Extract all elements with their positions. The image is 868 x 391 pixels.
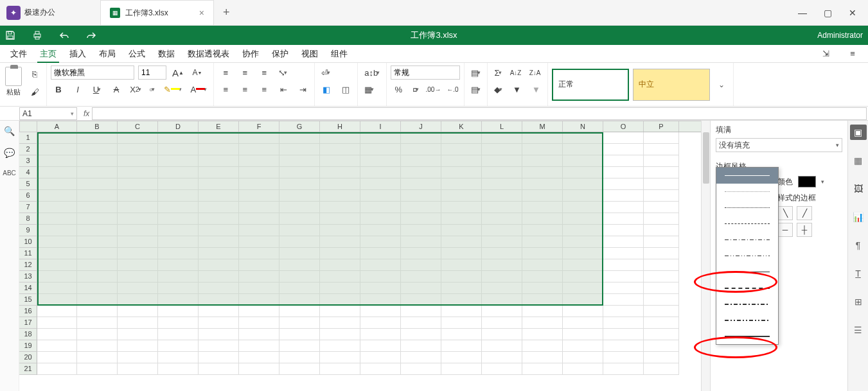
- border-diag-down-icon[interactable]: ╲: [777, 206, 793, 220]
- cell[interactable]: [37, 167, 77, 178]
- cell[interactable]: [563, 213, 603, 225]
- cell[interactable]: [360, 248, 401, 259]
- cell[interactable]: [522, 282, 563, 294]
- cell[interactable]: [603, 178, 644, 190]
- cell[interactable]: [239, 282, 279, 294]
- cell[interactable]: [279, 340, 320, 352]
- cell[interactable]: [401, 282, 441, 294]
- cell[interactable]: [279, 213, 320, 225]
- comments-icon[interactable]: 💬: [4, 148, 15, 158]
- cell[interactable]: [320, 225, 360, 236]
- cell[interactable]: [563, 363, 603, 375]
- cell[interactable]: [522, 340, 563, 352]
- cell[interactable]: [522, 167, 563, 178]
- tab-close-icon[interactable]: ×: [199, 8, 204, 18]
- cell[interactable]: [563, 282, 603, 294]
- cell[interactable]: [644, 340, 679, 352]
- cell[interactable]: [441, 178, 482, 190]
- menu-item-5[interactable]: 数据: [152, 46, 181, 62]
- cell[interactable]: [77, 259, 118, 271]
- align-bottom-icon[interactable]: ≡: [256, 65, 272, 80]
- cell[interactable]: [441, 271, 482, 282]
- cell[interactable]: [118, 248, 158, 259]
- cell[interactable]: [644, 352, 679, 363]
- cell[interactable]: [77, 248, 118, 259]
- cell[interactable]: [320, 317, 360, 329]
- cell[interactable]: [360, 271, 401, 282]
- cell[interactable]: [360, 340, 401, 352]
- cell[interactable]: [118, 340, 158, 352]
- increase-decimal-icon[interactable]: .00→: [425, 82, 441, 96]
- cell[interactable]: [279, 271, 320, 282]
- row-header-12[interactable]: 12: [19, 259, 37, 271]
- cell[interactable]: [37, 294, 77, 306]
- col-header-K[interactable]: K: [441, 121, 482, 132]
- cell[interactable]: [522, 190, 563, 202]
- cell[interactable]: [563, 271, 603, 282]
- cell[interactable]: [118, 167, 158, 178]
- vertical-scrollbar[interactable]: [701, 121, 710, 391]
- cell[interactable]: [118, 225, 158, 236]
- strikethrough-button[interactable]: A: [109, 82, 124, 96]
- cell[interactable]: [482, 317, 522, 329]
- cell[interactable]: [482, 248, 522, 259]
- cell[interactable]: [522, 155, 563, 167]
- cell[interactable]: [118, 132, 158, 144]
- filter-clear-icon[interactable]: ▼: [528, 82, 544, 96]
- cell[interactable]: [77, 329, 118, 340]
- tab-add-button[interactable]: +: [214, 0, 239, 25]
- cell[interactable]: [482, 282, 522, 294]
- decrease-font-icon[interactable]: A▼: [190, 65, 205, 80]
- cell[interactable]: [158, 294, 199, 306]
- cell[interactable]: [401, 190, 441, 202]
- col-header-A[interactable]: A: [37, 121, 77, 132]
- cells[interactable]: [37, 132, 701, 391]
- cell[interactable]: [401, 294, 441, 306]
- cell[interactable]: [239, 317, 279, 329]
- insert-cells-icon[interactable]: ▦▾: [362, 82, 376, 96]
- cell[interactable]: [239, 340, 279, 352]
- cell[interactable]: [118, 144, 158, 155]
- cell[interactable]: [199, 225, 239, 236]
- cell[interactable]: [239, 213, 279, 225]
- cell[interactable]: [158, 167, 199, 178]
- cell[interactable]: [118, 236, 158, 248]
- cell[interactable]: [522, 306, 563, 317]
- cell[interactable]: [441, 317, 482, 329]
- cell[interactable]: [401, 248, 441, 259]
- highlight-button[interactable]: ✎▾: [161, 82, 184, 96]
- chart-panel-icon[interactable]: 📊: [850, 209, 867, 225]
- cell[interactable]: [199, 329, 239, 340]
- align-left-icon[interactable]: ≡: [218, 82, 233, 96]
- cell[interactable]: [603, 294, 644, 306]
- cell[interactable]: [239, 167, 279, 178]
- cell[interactable]: [239, 144, 279, 155]
- cell[interactable]: [320, 132, 360, 144]
- cell[interactable]: [77, 225, 118, 236]
- cell[interactable]: [158, 213, 199, 225]
- cell[interactable]: [482, 306, 522, 317]
- merge-cells-icon[interactable]: ◧: [319, 82, 334, 96]
- cell[interactable]: [239, 352, 279, 363]
- cell[interactable]: [482, 155, 522, 167]
- cell[interactable]: [441, 329, 482, 340]
- cell[interactable]: [37, 248, 77, 259]
- cell[interactable]: [320, 144, 360, 155]
- cell[interactable]: [441, 306, 482, 317]
- border-style-dashdotdot[interactable]: [716, 248, 778, 264]
- menu-item-0[interactable]: 文件: [4, 46, 33, 62]
- cell[interactable]: [360, 363, 401, 375]
- border-style-solid-medium[interactable]: [716, 264, 778, 280]
- cell[interactable]: [279, 167, 320, 178]
- cell[interactable]: [482, 178, 522, 190]
- cell[interactable]: [441, 294, 482, 306]
- cell[interactable]: [644, 282, 679, 294]
- italic-button[interactable]: I: [70, 82, 85, 96]
- col-header-L[interactable]: L: [482, 121, 522, 132]
- cell[interactable]: [279, 317, 320, 329]
- cell[interactable]: [441, 340, 482, 352]
- cell[interactable]: [563, 132, 603, 144]
- close-button[interactable]: ✕: [849, 8, 856, 18]
- align-middle-icon[interactable]: ≡: [237, 65, 252, 80]
- subscript-button[interactable]: X2▾: [128, 82, 143, 96]
